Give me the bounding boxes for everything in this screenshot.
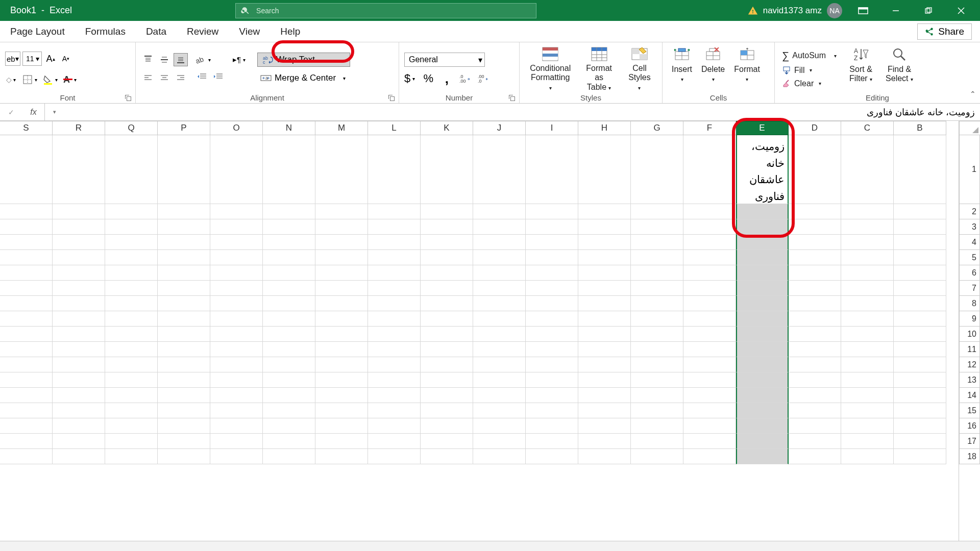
- delete-cells-button[interactable]: Delete▾: [697, 46, 729, 91]
- cell[interactable]: [736, 403, 789, 418]
- cell[interactable]: [105, 296, 158, 311]
- cell[interactable]: [631, 449, 683, 464]
- cell[interactable]: [53, 418, 105, 434]
- cell[interactable]: [526, 388, 578, 403]
- cell[interactable]: [105, 311, 158, 327]
- cell[interactable]: [789, 449, 841, 464]
- cell[interactable]: [158, 403, 210, 418]
- cell[interactable]: [473, 434, 526, 449]
- cell[interactable]: [841, 250, 894, 265]
- cell[interactable]: [631, 281, 683, 296]
- cell[interactable]: [315, 388, 368, 403]
- cell[interactable]: [894, 204, 946, 219]
- increase-indent-button[interactable]: [211, 70, 226, 84]
- cell[interactable]: [631, 403, 683, 418]
- cell[interactable]: [210, 281, 263, 296]
- cell[interactable]: [789, 403, 841, 418]
- wrap-text-button[interactable]: abc Wrap Text: [257, 53, 350, 67]
- cell[interactable]: [0, 434, 53, 449]
- cell[interactable]: [53, 357, 105, 372]
- align-right-button[interactable]: [174, 71, 188, 85]
- cell[interactable]: [210, 296, 263, 311]
- cell[interactable]: [473, 418, 526, 434]
- cell[interactable]: [736, 204, 789, 219]
- percent-format-button[interactable]: %: [422, 72, 435, 85]
- cell[interactable]: [158, 311, 210, 327]
- row-header[interactable]: 9: [959, 311, 980, 327]
- cell[interactable]: [631, 434, 683, 449]
- cell[interactable]: [578, 388, 631, 403]
- cell[interactable]: [473, 327, 526, 342]
- row-header[interactable]: 12: [959, 357, 980, 372]
- minimize-button[interactable]: [884, 0, 908, 21]
- cell[interactable]: [158, 296, 210, 311]
- cell[interactable]: [315, 219, 368, 235]
- cell[interactable]: [526, 235, 578, 250]
- cell[interactable]: [421, 418, 473, 434]
- cell[interactable]: [421, 265, 473, 281]
- cell[interactable]: [789, 219, 841, 235]
- number-format-combo[interactable]: General ▾: [404, 53, 485, 67]
- align-top-button[interactable]: [141, 53, 155, 66]
- cell[interactable]: [526, 296, 578, 311]
- cell[interactable]: [53, 342, 105, 357]
- cell[interactable]: [0, 327, 53, 342]
- cell[interactable]: [526, 342, 578, 357]
- cell[interactable]: [526, 327, 578, 342]
- cell[interactable]: [894, 403, 946, 418]
- cell[interactable]: [473, 135, 526, 204]
- cell[interactable]: [210, 250, 263, 265]
- cell[interactable]: [526, 219, 578, 235]
- borders-button[interactable]: ▾: [22, 74, 39, 85]
- cell[interactable]: [473, 235, 526, 250]
- cell[interactable]: [210, 403, 263, 418]
- cell[interactable]: [631, 372, 683, 388]
- cell[interactable]: [368, 342, 421, 357]
- row-header[interactable]: 2: [959, 204, 980, 219]
- cell[interactable]: [841, 296, 894, 311]
- font-dialog-launcher-icon[interactable]: [124, 94, 132, 102]
- cell[interactable]: [421, 135, 473, 204]
- cell[interactable]: [0, 449, 53, 464]
- cell[interactable]: [158, 372, 210, 388]
- cell[interactable]: [0, 388, 53, 403]
- cell[interactable]: [421, 281, 473, 296]
- column-header[interactable]: G: [631, 121, 683, 135]
- cell[interactable]: [894, 342, 946, 357]
- cell[interactable]: [421, 296, 473, 311]
- cell[interactable]: [526, 204, 578, 219]
- cell[interactable]: [263, 342, 315, 357]
- decrease-indent-button[interactable]: [195, 70, 209, 84]
- cell[interactable]: [105, 388, 158, 403]
- clear-formats-icon[interactable]: ◇▾: [5, 73, 18, 86]
- decrease-font-icon[interactable]: A▾: [59, 52, 72, 65]
- cell[interactable]: [368, 357, 421, 372]
- row-header[interactable]: 8: [959, 296, 980, 311]
- cell[interactable]: [473, 372, 526, 388]
- column-header[interactable]: S: [0, 121, 53, 135]
- comma-format-button[interactable]: ,: [440, 72, 453, 85]
- cell[interactable]: [894, 235, 946, 250]
- cell[interactable]: [631, 235, 683, 250]
- cell[interactable]: [105, 281, 158, 296]
- cell[interactable]: [263, 135, 315, 204]
- cell[interactable]: [263, 403, 315, 418]
- column-header[interactable]: L: [368, 121, 421, 135]
- cell[interactable]: [683, 296, 736, 311]
- cell[interactable]: [789, 327, 841, 342]
- cell[interactable]: [894, 388, 946, 403]
- cell[interactable]: [736, 296, 789, 311]
- cell[interactable]: [368, 372, 421, 388]
- cell[interactable]: [631, 342, 683, 357]
- align-center-button[interactable]: [157, 71, 172, 85]
- clear-button[interactable]: Clear▾: [780, 78, 840, 89]
- cell[interactable]: [421, 327, 473, 342]
- cell[interactable]: [158, 388, 210, 403]
- cell[interactable]: [368, 327, 421, 342]
- row-header[interactable]: 6: [959, 265, 980, 281]
- increase-decimal-button[interactable]: .0.00: [458, 72, 472, 85]
- cell[interactable]: [421, 219, 473, 235]
- select-all-corner[interactable]: [959, 121, 980, 135]
- cell[interactable]: [53, 281, 105, 296]
- cell[interactable]: [473, 281, 526, 296]
